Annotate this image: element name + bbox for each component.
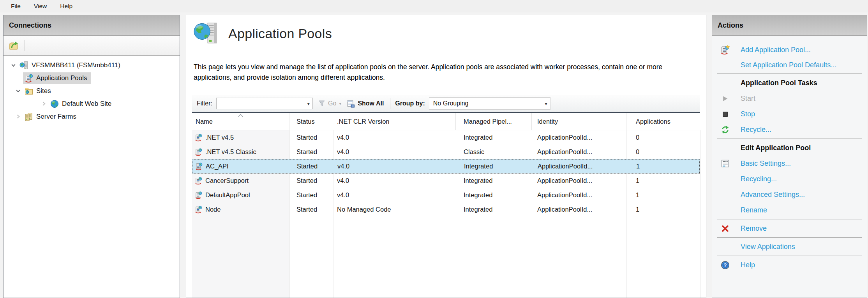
app-pool-icon [194, 205, 203, 214]
column-separator [700, 130, 701, 298]
pool-name: .NET v4.5 [205, 134, 234, 141]
tree-item-default-web-site[interactable]: Default Web Site [4, 97, 180, 110]
pool-pipeline-mode: Classic [456, 145, 532, 159]
pool-identity: ApplicationPoolId... [532, 145, 626, 159]
tree-item-label: Server Farms [36, 113, 76, 121]
filter-funnel-icon[interactable] [318, 100, 325, 107]
pool-clr-version: No Managed Code [333, 202, 456, 217]
filter-label: Filter: [197, 100, 212, 107]
tree-item-application-pools[interactable]: Application Pools [4, 72, 180, 84]
table-row[interactable]: Node Started No Managed Code Integrated … [192, 202, 700, 217]
pool-name: CancerSupport [205, 177, 249, 184]
column-header-applications[interactable]: Applications [626, 113, 700, 130]
action-add-application-pool[interactable]: Add Application Pool... [712, 42, 867, 58]
pool-pipeline-mode: Integrated [456, 130, 532, 145]
table-row[interactable]: DefaultAppPool Started v4.0 Integrated A… [192, 188, 700, 202]
connections-panel: Connections [3, 15, 180, 298]
tree-item-label: Sites [36, 87, 51, 95]
action-advanced-settings[interactable]: Advanced Settings... [712, 187, 867, 202]
app-pool-icon [195, 162, 203, 170]
chevron-down-icon[interactable] [8, 60, 18, 70]
menu-file[interactable]: File [4, 0, 27, 12]
filter-dropdown-arrow[interactable]: ▾ [304, 101, 312, 107]
pool-clr-version: v4.0 [333, 130, 456, 145]
pool-clr-version: v4.0 [333, 188, 456, 202]
column-header-managed-pipeline[interactable]: Managed Pipel... [456, 113, 532, 130]
app-pool-icon [194, 133, 203, 142]
tree-item-server-farms[interactable]: Server Farms [4, 110, 180, 123]
table-row[interactable]: CancerSupport Started v4.0 Integrated Ap… [192, 174, 700, 188]
pool-clr-version: v4.0 [333, 174, 456, 188]
tree-item-sites[interactable]: Sites [4, 84, 180, 97]
tree-item-label: Default Web Site [62, 100, 111, 108]
menu-help[interactable]: Help [53, 0, 79, 12]
table-rows: .NET v4.5 Started v4.0 Integrated Applic… [192, 130, 700, 217]
pool-identity: ApplicationPoolId... [532, 160, 627, 173]
pool-name: .NET v4.5 Classic [205, 148, 256, 156]
go-button[interactable]: Go [328, 100, 336, 107]
action-stop[interactable]: Stop [712, 106, 867, 122]
column-header-clr-version[interactable]: .NET CLR Version [333, 113, 456, 130]
connections-header: Connections [4, 15, 180, 36]
pool-clr-version: v4.0 [333, 145, 456, 159]
group-by-dropdown-arrow[interactable]: ▾ [542, 101, 550, 107]
table-row-selected[interactable]: AC_API Started v4.0 Integrated Applicati… [192, 159, 700, 174]
filter-toolbar: Filter: ▾ Go ▾ [192, 95, 700, 112]
pool-applications-count: 1 [627, 160, 699, 173]
table-row[interactable]: .NET v4.5 Classic Started v4.0 Classic A… [192, 145, 700, 159]
go-dropdown-arrow[interactable]: ▾ [339, 101, 341, 106]
column-header-identity[interactable]: Identity [532, 113, 626, 130]
actions-divider [717, 219, 862, 219]
actions-divider [717, 256, 862, 256]
action-help[interactable]: ? Help [712, 257, 867, 273]
remove-icon [722, 225, 729, 232]
section-application-pool-tasks: Application Pool Tasks [712, 75, 867, 91]
tree-item-server[interactable]: VFSMMBB411 (FSM\mbb411) [4, 59, 180, 72]
sort-ascending-icon [238, 114, 243, 117]
show-all-button[interactable]: Show All [347, 100, 384, 108]
pool-pipeline-mode: Integrated [456, 202, 532, 217]
start-icon [722, 95, 729, 102]
pool-name: AC_API [206, 163, 229, 170]
connections-toolbar [4, 36, 180, 56]
svg-text:?: ? [723, 262, 727, 268]
action-remove[interactable]: Remove [712, 221, 867, 236]
tree-item-label: Application Pools [36, 74, 87, 82]
group-by-label: Group by: [395, 100, 425, 107]
application-pools-icon [24, 74, 34, 83]
filter-input[interactable] [217, 98, 304, 109]
create-connection-icon[interactable] [8, 40, 19, 51]
action-rename[interactable]: Rename [712, 202, 867, 218]
group-by-combo[interactable]: No Grouping ▾ [429, 97, 550, 110]
recycle-icon [721, 126, 729, 134]
chevron-right-icon[interactable] [13, 112, 23, 122]
page-description: This page lets you view and manage the l… [194, 62, 695, 83]
pool-applications-count: 0 [626, 130, 700, 145]
column-header-status[interactable]: Status [289, 113, 333, 130]
table-row[interactable]: .NET v4.5 Started v4.0 Integrated Applic… [192, 130, 700, 145]
pool-identity: ApplicationPoolId... [532, 174, 626, 188]
filter-combo[interactable]: ▾ [216, 98, 313, 109]
actions-divider [717, 74, 862, 74]
pool-status: Started [290, 160, 333, 173]
help-icon: ? [721, 261, 730, 270]
basic-settings-icon [721, 159, 730, 168]
action-recycle[interactable]: Recycle... [712, 122, 867, 137]
action-recycling[interactable]: Recycling... [712, 171, 867, 187]
pool-status: Started [289, 202, 333, 217]
application-pools-feature-icon [193, 21, 219, 46]
toolbar-separator [25, 40, 25, 51]
add-app-pool-icon [720, 45, 730, 55]
action-basic-settings[interactable]: Basic Settings... [712, 156, 867, 171]
action-start[interactable]: Start [712, 91, 867, 106]
chevron-down-icon[interactable] [13, 86, 23, 96]
go-filter-group: Go ▾ [318, 100, 341, 107]
pool-pipeline-mode: Integrated [456, 188, 532, 202]
app-pools-list: Filter: ▾ Go ▾ [192, 95, 700, 298]
actions-header: Actions [712, 15, 867, 36]
menu-view[interactable]: View [27, 0, 53, 12]
actions-title: Actions [718, 21, 743, 30]
chevron-right-icon[interactable] [39, 99, 49, 109]
action-set-app-pool-defaults[interactable]: Set Application Pool Defaults... [712, 58, 867, 72]
action-view-applications[interactable]: View Applications [712, 239, 867, 254]
